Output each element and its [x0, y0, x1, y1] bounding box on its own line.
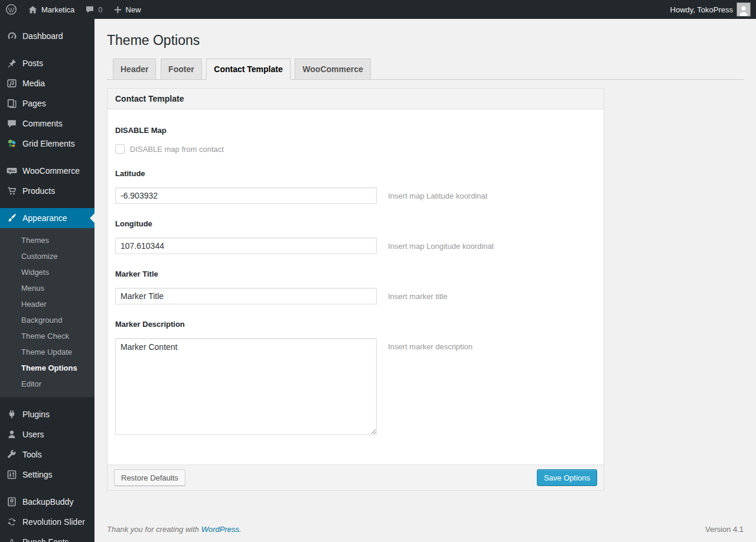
sidebar-item-label: Settings — [22, 469, 53, 481]
sidebar-item-label: Products — [22, 185, 55, 197]
version-text: Version 4.1 — [705, 525, 744, 534]
sidebar-item-label: Tools — [22, 449, 42, 460]
field-disable-map: DISABLE Map DISABLE map from contact — [115, 126, 596, 154]
contact-template-panel: Contact Template DISABLE Map DISABLE map… — [107, 88, 604, 491]
tab-contact-template[interactable]: Contact Template — [206, 59, 290, 80]
marker-title-label: Marker Title — [115, 270, 596, 278]
tab-woocommerce[interactable]: WooCommerce — [295, 59, 370, 79]
latitude-label: Latitude — [115, 169, 596, 178]
sidebar-item-comments[interactable]: Comments — [0, 113, 94, 134]
disable-map-checkbox[interactable] — [115, 144, 125, 154]
appearance-submenu: Themes Customize Widgets Menus Header Ba… — [0, 228, 94, 397]
letter-a-icon: A — [6, 536, 18, 542]
sidebar-item-media[interactable]: Media — [0, 73, 94, 93]
sidebar-item-label: Dashboard — [22, 30, 63, 42]
submenu-item-background[interactable]: Background — [0, 312, 94, 328]
refresh-arrows-icon — [6, 516, 18, 528]
account-menu[interactable]: Howdy, TokoPress — [665, 0, 756, 19]
submenu-item-widgets[interactable]: Widgets — [0, 264, 94, 280]
wordpress-link[interactable]: WordPress — [201, 525, 239, 534]
sidebar-item-settings[interactable]: Settings — [0, 465, 94, 485]
latitude-input[interactable] — [115, 187, 377, 204]
wrench-icon — [6, 449, 18, 460]
user-icon — [6, 429, 18, 440]
sidebar-item-appearance[interactable]: Appearance — [0, 208, 94, 228]
submenu-item-editor[interactable]: Editor — [0, 376, 94, 392]
footer-thanks-prefix: Thank you for creating with — [107, 525, 201, 534]
longitude-label: Longitude — [115, 219, 596, 228]
field-marker-description: Marker Description Marker Content Insert… — [115, 320, 596, 435]
content-area: Theme Options Header Footer Contact Temp… — [94, 0, 756, 542]
sidebar-item-label: Comments — [22, 118, 63, 129]
submenu-item-header[interactable]: Header — [0, 296, 94, 312]
wordpress-logo-menu[interactable] — [0, 0, 22, 19]
sidebar-item-users[interactable]: Users — [0, 424, 94, 444]
woocommerce-icon: Woo — [6, 165, 18, 177]
field-marker-title: Marker Title Insert marker title — [115, 270, 596, 304]
paintbrush-icon — [6, 212, 18, 224]
marker-title-input[interactable] — [115, 288, 377, 304]
new-content-menu[interactable]: New — [108, 0, 146, 19]
submenu-item-theme-options[interactable]: Theme Options — [0, 360, 94, 376]
sidebar-item-label: Punch Fonts — [22, 536, 69, 542]
sidebar-item-punch-fonts[interactable]: A Punch Fonts — [0, 532, 94, 542]
admin-sidebar: Dashboard Posts Media Pages Comments Gri… — [0, 19, 94, 542]
current-menu-arrow — [85, 213, 94, 223]
site-name: Marketica — [41, 5, 74, 14]
latitude-help: Insert map Latitude koordinat — [388, 187, 487, 200]
comment-count: 0 — [98, 5, 102, 14]
site-name-menu[interactable]: Marketica — [22, 0, 80, 19]
sidebar-item-label: Pages — [22, 98, 46, 109]
restore-defaults-button[interactable]: Restore Defaults — [114, 469, 185, 486]
sidebar-item-label: WooCommerce — [22, 165, 80, 177]
sidebar-item-pages[interactable]: Pages — [0, 93, 94, 113]
comments-icon — [6, 118, 18, 129]
sidebar-item-tools[interactable]: Tools — [0, 444, 94, 465]
plugin-icon — [6, 408, 18, 420]
media-icon — [6, 77, 18, 89]
sidebar-item-backupbuddy[interactable]: BackupBuddy — [0, 492, 94, 512]
disable-map-label: DISABLE Map — [115, 126, 596, 135]
tab-bar: Header Footer Contact Template WooCommer… — [107, 59, 744, 80]
marker-description-textarea[interactable]: Marker Content — [115, 338, 377, 435]
sidebar-item-revolution-slider[interactable]: Revolution Slider — [0, 512, 94, 532]
submenu-item-menus[interactable]: Menus — [0, 280, 94, 296]
save-options-button[interactable]: Save Options — [537, 469, 597, 486]
submenu-item-theme-update[interactable]: Theme Update — [0, 344, 94, 360]
submenu-item-customize[interactable]: Customize — [0, 248, 94, 264]
dashboard-icon — [6, 30, 18, 42]
submenu-item-theme-check[interactable]: Theme Check — [0, 328, 94, 344]
sidebar-item-label: Appearance — [22, 212, 67, 224]
tab-header[interactable]: Header — [113, 59, 156, 79]
plus-icon — [113, 5, 122, 14]
sidebar-item-woocommerce[interactable]: Woo WooCommerce — [0, 161, 94, 181]
pages-icon — [6, 98, 18, 109]
sidebar-item-label: Posts — [22, 57, 43, 69]
sidebar-item-posts[interactable]: Posts — [0, 53, 94, 73]
panel-footer: Restore Defaults Save Options — [107, 465, 604, 490]
field-latitude: Latitude Insert map Latitude koordinat — [115, 169, 596, 204]
cart-icon — [6, 185, 18, 197]
panel-title: Contact Template — [107, 89, 604, 109]
sidebar-item-label: Plugins — [22, 408, 50, 420]
pushpin-icon — [6, 57, 18, 69]
field-longitude: Longitude Insert map Longitude koordinat — [115, 219, 596, 254]
longitude-input[interactable] — [115, 238, 377, 254]
wordpress-logo-icon — [5, 4, 17, 15]
disable-map-checkbox-label[interactable]: DISABLE map from contact — [130, 145, 224, 154]
new-label: New — [126, 5, 141, 14]
sidebar-item-label: Revolution Slider — [22, 516, 85, 528]
sidebar-item-grid-elements[interactable]: Grid Elements — [0, 134, 94, 154]
sidebar-item-label: Grid Elements — [22, 138, 75, 150]
comments-menu[interactable]: 0 — [80, 0, 107, 19]
marker-title-help: Insert marker title — [388, 288, 447, 301]
sidebar-item-dashboard[interactable]: Dashboard — [0, 26, 94, 46]
tab-footer[interactable]: Footer — [161, 59, 202, 79]
page-title: Theme Options — [107, 32, 744, 49]
sidebar-item-plugins[interactable]: Plugins — [0, 404, 94, 424]
submenu-item-themes[interactable]: Themes — [0, 232, 94, 248]
admin-bar: Marketica 0 New Howdy, TokoPress — [0, 0, 756, 19]
footer-thanks-suffix: . — [239, 525, 242, 534]
sidebar-item-products[interactable]: Products — [0, 181, 94, 201]
grid-elements-icon — [6, 138, 18, 150]
